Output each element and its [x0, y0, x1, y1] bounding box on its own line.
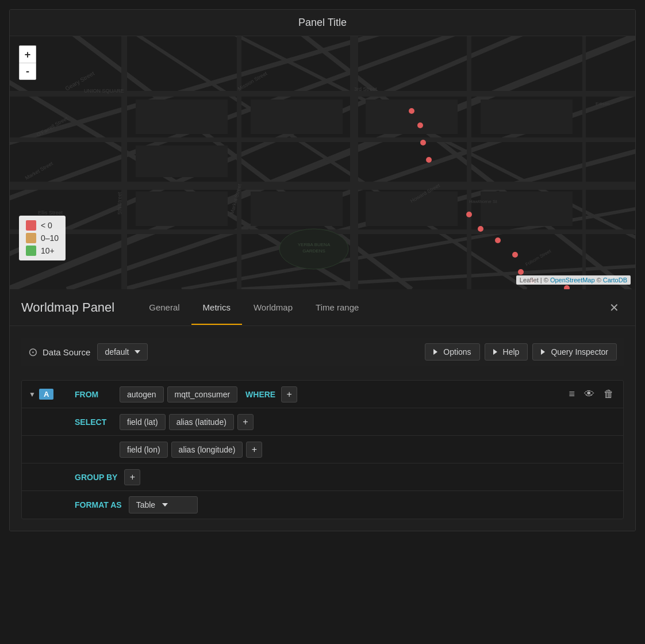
svg-rect-29 — [136, 191, 228, 226]
legend-item-negative: < 0 — [26, 220, 59, 231]
from-row-actions: ≡ 👁 🗑 — [559, 386, 623, 402]
outer-panel: Panel Title — [9, 9, 636, 531]
chevron-down-icon — [135, 350, 140, 354]
triangle-right-icon-2 — [493, 349, 497, 355]
map-background: YERBA BUENA GARDENS Geary Street O'Farre… — [10, 36, 635, 289]
svg-rect-26 — [251, 99, 343, 134]
panel-title-bar: Panel Title — [10, 10, 635, 36]
close-button[interactable]: ✕ — [605, 298, 624, 317]
delete-icon-button[interactable]: 🗑 — [601, 386, 616, 402]
formatas-dropdown[interactable]: Table — [129, 496, 198, 513]
from-value-1[interactable]: autogen — [120, 386, 164, 402]
svg-text:Ellis Street: Ellis Street — [38, 210, 63, 216]
map-container: YERBA BUENA GARDENS Geary Street O'Farre… — [10, 36, 635, 289]
panel-name: Worldmap Panel — [21, 300, 114, 315]
tab-timerange[interactable]: Time range — [304, 291, 370, 325]
legend-item-high: 10+ — [26, 246, 59, 256]
legend-label-high: 10+ — [41, 246, 55, 255]
where-keyword: WHERE — [241, 387, 280, 402]
select-add-button-2[interactable]: + — [246, 442, 262, 458]
svg-text:UNION SQUARE: UNION SQUARE — [84, 88, 124, 94]
select-row-1: SELECT field (lat) alias (latitude) + — [22, 408, 623, 436]
query-inspector-button[interactable]: Query Inspector — [532, 343, 617, 361]
map-attribution: Leaflet | © OpenStreetMap © CartoDB — [516, 275, 631, 285]
attribution-text: Leaflet | © OpenStreetMap © CartoDB — [520, 277, 627, 283]
svg-point-57 — [518, 269, 524, 275]
formatas-row: FORMAT AS Table — [22, 491, 623, 519]
from-row: ▼ A FROM autogen mqtt_consumer WHERE + ≡… — [22, 381, 623, 408]
select-field-lon[interactable]: field (lon) — [120, 442, 168, 458]
legend-color-mid — [26, 233, 36, 243]
svg-rect-30 — [251, 191, 343, 226]
from-keyword: FROM — [68, 390, 120, 399]
groupby-keyword: GROUP BY — [68, 473, 124, 482]
chevron-icon[interactable]: ▼ — [29, 390, 36, 398]
svg-text:Hawthorne St: Hawthorne St — [469, 199, 497, 204]
datasource-label: Data Source — [43, 347, 90, 357]
panel-tabs-row: Worldmap Panel General Metrics Worldmap … — [10, 289, 635, 326]
svg-point-50 — [417, 122, 423, 128]
chevron-down-icon-format — [162, 503, 168, 507]
query-section: ⊙ Data Source default Options Help Query… — [10, 326, 635, 531]
svg-text:GARDENS: GARDENS — [302, 248, 325, 254]
map-legend: < 0 0–10 10+ — [19, 216, 66, 260]
help-button[interactable]: Help — [485, 343, 528, 361]
zoom-out-button[interactable]: - — [19, 63, 36, 80]
svg-rect-27 — [366, 99, 458, 134]
select-row-2: field (lon) alias (longitude) + — [22, 436, 623, 463]
svg-point-55 — [495, 237, 501, 243]
svg-rect-28 — [481, 99, 573, 134]
where-add-button[interactable]: + — [281, 386, 297, 402]
tab-general[interactable]: General — [137, 291, 191, 325]
eye-icon-button[interactable]: 👁 — [582, 386, 597, 402]
tab-metrics[interactable]: Metrics — [191, 291, 242, 325]
svg-rect-24 — [136, 99, 228, 134]
row-letter-a: A — [39, 389, 53, 400]
select-alias-lat[interactable]: alias (latitude) — [169, 414, 234, 430]
datasource-dropdown[interactable]: default — [97, 343, 148, 361]
svg-text:Edison: Edison — [596, 101, 609, 106]
svg-point-52 — [426, 157, 432, 163]
svg-text:5th Street: 5th Street — [117, 191, 122, 214]
panel-title: Panel Title — [298, 17, 347, 28]
select-alias-lon[interactable]: alias (longitude) — [171, 442, 243, 458]
svg-point-56 — [512, 252, 518, 258]
select-keyword: SELECT — [68, 417, 120, 427]
legend-item-mid: 0–10 — [26, 233, 59, 243]
tab-worldmap[interactable]: Worldmap — [242, 291, 304, 325]
svg-point-53 — [466, 212, 472, 217]
database-icon: ⊙ — [28, 345, 38, 359]
map-zoom-controls: + - — [19, 45, 36, 80]
select-field-lat[interactable]: field (lat) — [120, 414, 166, 430]
legend-color-negative — [26, 220, 36, 231]
svg-point-54 — [478, 226, 483, 232]
svg-rect-32 — [481, 191, 573, 226]
legend-color-high — [26, 246, 36, 256]
select-add-button-1[interactable]: + — [237, 414, 254, 430]
tabs-list: General Metrics Worldmap Time range — [137, 290, 605, 324]
zoom-in-button[interactable]: + — [19, 45, 36, 63]
legend-label-mid: 0–10 — [41, 233, 59, 243]
datasource-row: ⊙ Data Source default Options Help Query… — [21, 338, 624, 366]
svg-text:3rd Street: 3rd Street — [354, 86, 377, 92]
svg-point-49 — [409, 108, 414, 114]
svg-point-51 — [420, 140, 426, 145]
toolbar-actions: Options Help Query Inspector — [425, 343, 617, 361]
triangle-right-icon-3 — [541, 349, 545, 355]
svg-rect-31 — [366, 191, 458, 226]
from-value-2[interactable]: mqtt_consumer — [167, 386, 237, 402]
svg-text:YERBA BUENA: YERBA BUENA — [298, 242, 331, 247]
groupby-row: GROUP BY + — [22, 463, 623, 491]
menu-icon-button[interactable]: ≡ — [566, 386, 577, 402]
formatas-keyword: FORMAT AS — [68, 500, 129, 509]
triangle-right-icon — [433, 349, 437, 355]
legend-label-negative: < 0 — [41, 221, 52, 230]
row-handle-a: ▼ A — [22, 389, 68, 400]
options-button[interactable]: Options — [425, 343, 479, 361]
query-builder: ▼ A FROM autogen mqtt_consumer WHERE + ≡… — [21, 380, 624, 519]
svg-rect-25 — [136, 145, 228, 177]
groupby-add-button[interactable]: + — [124, 469, 140, 485]
